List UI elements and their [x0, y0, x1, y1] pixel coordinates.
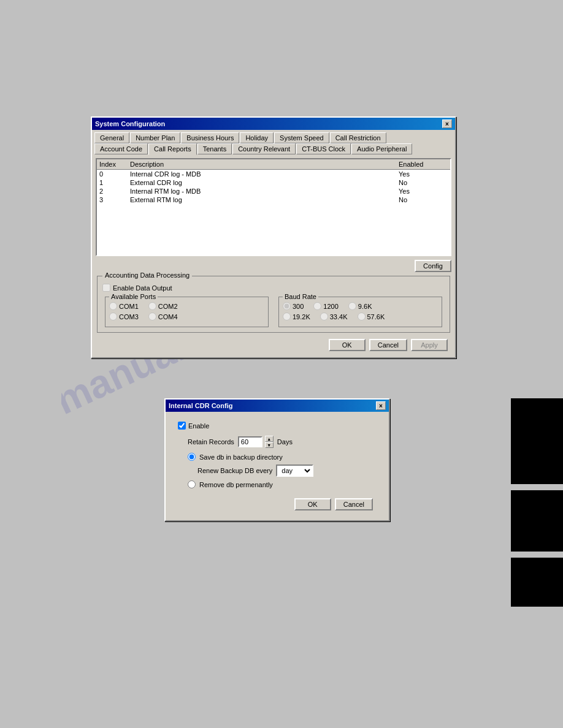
radio-com1-input[interactable]	[109, 302, 117, 310]
retain-value-input[interactable]	[238, 436, 262, 447]
radio-576k-input[interactable]	[358, 313, 366, 320]
save-db-label: Save db in backup directory	[199, 453, 283, 461]
cdr-cancel-button[interactable]: Cancel	[335, 498, 373, 510]
renew-dropdown[interactable]: day week month	[276, 464, 313, 477]
tab-number-plan[interactable]: Number Plan	[130, 132, 180, 143]
spinner-down[interactable]: ▼	[265, 442, 274, 448]
black-rect-2	[511, 490, 563, 552]
cdr-ok-button[interactable]: OK	[294, 498, 331, 510]
internal-cdr-title: Internal CDR Config	[169, 402, 233, 409]
baud-1200-label: 1200	[323, 303, 338, 310]
black-rect-1	[511, 398, 563, 484]
enable-output-row: Enable Data Output	[102, 284, 445, 292]
tabs-row-1: General Number Plan Business Hours Holid…	[92, 130, 455, 143]
baud-row2: 19.2K 33.4K 57.6K	[283, 313, 438, 320]
tab-call-restriction[interactable]: Call Restriction	[330, 132, 386, 143]
save-db-radio[interactable]	[188, 453, 196, 461]
cdr-bottom-buttons: OK Cancel	[178, 495, 377, 513]
ok-button[interactable]: OK	[329, 339, 366, 351]
internal-cdr-close-btn[interactable]: ×	[376, 401, 386, 410]
radio-1200-input[interactable]	[313, 302, 321, 310]
table-row[interactable]: 2 Internal RTM log - MDB Yes	[97, 187, 450, 195]
radio-192k-input[interactable]	[283, 313, 291, 320]
baud-334k-label: 33.4K	[330, 313, 348, 320]
tab-general[interactable]: General	[94, 132, 129, 143]
table-row[interactable]: 0 Internal CDR log - MDB Yes	[97, 170, 450, 178]
baud-row1: 300 1200 9.6K	[283, 302, 438, 310]
radio-com2-input[interactable]	[148, 302, 156, 310]
remove-db-radio[interactable]	[188, 480, 196, 488]
tabs-row-2: Account Code Call Reports Tenants Countr…	[92, 143, 455, 154]
table-row[interactable]: 3 External RTM log No	[97, 195, 450, 204]
row3-desc: External RTM log	[130, 196, 399, 203]
cdr-enable-checkbox[interactable]	[178, 422, 186, 430]
radio-300-input[interactable]	[283, 302, 291, 310]
tab-account-code[interactable]: Account Code	[94, 143, 148, 154]
radio-334k: 33.4K	[320, 313, 348, 320]
internal-cdr-dialog: Internal CDR Config × Enable Retain Reco…	[164, 398, 390, 521]
row3-enabled: No	[399, 196, 448, 203]
tab-tenants[interactable]: Tenants	[197, 143, 232, 154]
radio-9600-input[interactable]	[348, 302, 356, 310]
row1-enabled: No	[399, 179, 448, 186]
radio-300: 300	[283, 302, 304, 310]
baud-9600-label: 9.6K	[358, 303, 372, 310]
system-config-close-btn[interactable]: ×	[442, 119, 452, 128]
cdr-enable-label: Enable	[188, 422, 209, 430]
log-list-container: Index Description Enabled 0 Internal CDR…	[96, 158, 451, 256]
available-ports-label: Available Ports	[109, 293, 158, 300]
radio-192k: 19.2K	[283, 313, 310, 320]
tab-country-relevant[interactable]: Country Relevant	[232, 143, 296, 154]
baud-576k-label: 57.6K	[367, 313, 385, 320]
row3-index: 3	[99, 196, 130, 203]
tab-ctbus-clock[interactable]: CT-BUS Clock	[296, 143, 351, 154]
com2-label: COM2	[158, 303, 178, 310]
apply-button[interactable]: Apply	[411, 339, 448, 351]
enable-output-checkbox[interactable]	[102, 284, 110, 292]
enable-output-label: Enable Data Output	[113, 284, 172, 292]
radio-com1: COM1	[109, 302, 139, 310]
radio-com3-input[interactable]	[109, 313, 117, 320]
row0-index: 0	[99, 170, 130, 178]
days-label: Days	[277, 438, 293, 446]
available-ports-group: Available Ports COM1 COM2	[105, 297, 269, 327]
cancel-button[interactable]: Cancel	[369, 339, 407, 351]
row2-desc: Internal RTM log - MDB	[130, 188, 399, 195]
radio-1200: 1200	[313, 302, 338, 310]
system-config-dialog: System Configuration × General Number Pl…	[91, 116, 456, 358]
remove-db-label: Remove db permenantly	[199, 481, 273, 488]
accounting-group: Accounting Data Processing Enable Data O…	[97, 276, 450, 333]
tab-business-hours[interactable]: Business Hours	[181, 132, 239, 143]
config-btn-row: Config	[96, 260, 451, 272]
internal-cdr-content: Enable Retain Records ▲ ▼ Days Save db i…	[166, 412, 389, 520]
tab-audio-peripheral[interactable]: Audio Peripheral	[351, 143, 412, 154]
row1-desc: External CDR log	[130, 179, 399, 186]
tab-system-speed[interactable]: System Speed	[274, 132, 329, 143]
baud-rate-label: Baud Rate	[283, 293, 318, 300]
config-button[interactable]: Config	[415, 260, 451, 272]
system-config-title-bar: System Configuration ×	[92, 118, 455, 130]
retain-spinner: ▲ ▼	[265, 436, 274, 448]
list-header: Index Description Enabled	[97, 159, 450, 170]
table-row[interactable]: 1 External CDR log No	[97, 178, 450, 187]
renew-backup-row: Renew Backup DB every day week month	[197, 464, 377, 477]
baud-300-label: 300	[293, 303, 304, 310]
remove-db-row: Remove db permenantly	[188, 480, 377, 488]
row1-index: 1	[99, 179, 130, 186]
spinner-up[interactable]: ▲	[265, 436, 274, 442]
baud-192k-label: 19.2K	[293, 313, 310, 320]
internal-cdr-title-bar: Internal CDR Config ×	[166, 400, 389, 412]
ports-row2: COM3 COM4	[109, 313, 264, 320]
row2-enabled: Yes	[399, 188, 448, 195]
radio-com4-input[interactable]	[148, 313, 156, 320]
tab-holiday[interactable]: Holiday	[240, 132, 274, 143]
radio-576k: 57.6K	[358, 313, 385, 320]
col-header-index: Index	[99, 161, 130, 168]
radio-9600: 9.6K	[348, 302, 372, 310]
radio-334k-input[interactable]	[320, 313, 328, 320]
col-header-desc: Description	[130, 161, 399, 168]
row2-index: 2	[99, 188, 130, 195]
baud-rate-group: Baud Rate 300 1200 9.6K	[278, 297, 442, 327]
com4-label: COM4	[158, 313, 178, 320]
tab-call-reports[interactable]: Call Reports	[148, 143, 197, 155]
